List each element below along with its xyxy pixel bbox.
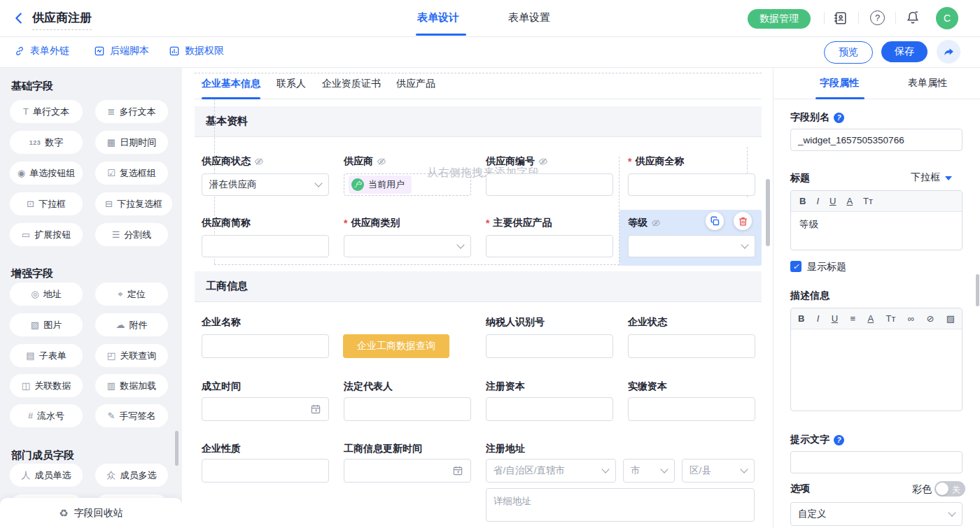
italic-icon[interactable]: I [816,196,819,206]
canvas-tab-basic-info[interactable]: 企业基本信息 [202,78,260,90]
bold-icon[interactable]: B [799,196,806,206]
tab-form-design[interactable]: 表单设计 [417,11,459,24]
image-icon: ▧ [31,320,39,330]
tab-form-settings[interactable]: 表单设置 [508,11,550,24]
preview-button[interactable]: 预览 [824,41,873,64]
title-editor-content[interactable]: 等级 [791,212,962,237]
canvas-scrollbar[interactable] [766,179,770,246]
founded-date-input[interactable] [202,397,329,421]
user-avatar[interactable]: C [936,7,958,29]
supplier-category-select[interactable] [344,235,471,257]
reg-capital-input[interactable] [486,397,613,421]
panel-scrollbar[interactable] [976,274,979,306]
field-type-extend-button[interactable]: ▭扩展按钮 [10,223,83,246]
supplier-shortname-input[interactable] [202,235,329,257]
share-button[interactable] [937,40,960,64]
address-detail-textarea[interactable]: 详细地址 [486,488,755,522]
font-color-icon[interactable]: A [867,313,874,324]
panel-tab-form-props[interactable]: 表单属性 [901,77,954,90]
show-title-checkbox[interactable]: ✓ [790,261,802,272]
sidebar-scrollbar[interactable] [175,431,178,466]
supplier-default-value-box[interactable]: 户当前用户 [344,173,471,196]
grade-select[interactable] [628,235,755,257]
field-type-member-multi[interactable]: 众成员多选 [95,464,168,487]
paid-capital-input[interactable] [628,397,755,421]
alias-input[interactable]: _widget_1657505350766 [790,129,962,151]
help-circle-icon[interactable]: ? [834,113,844,123]
widget-type-select[interactable]: 下拉框 [911,171,952,184]
underline-icon[interactable]: U [830,196,836,206]
data-permission-link[interactable]: 数据权限 [169,45,224,57]
field-type-divider[interactable]: ☰分割线 [95,223,168,246]
field-type-datetime[interactable]: ▦日期时间 [95,131,168,154]
copy-widget-button[interactable] [706,212,724,230]
options-source-select[interactable]: 自定义 [790,502,962,526]
company-status-input[interactable] [628,334,755,358]
field-type-subform[interactable]: ▤子表单 [10,344,83,367]
field-type-number[interactable]: 123数字 [10,131,83,154]
current-user-chip[interactable]: 户当前用户 [349,176,412,194]
save-button[interactable]: 保存 [881,41,927,62]
tax-id-input[interactable] [486,334,613,358]
field-type-linked-query[interactable]: ◰关联查询 [95,344,168,367]
form-title[interactable]: 供应商注册 [32,10,92,30]
canvas-tab-products[interactable]: 供应产品 [396,78,435,90]
field-type-data-load[interactable]: ▥数据加载 [95,374,168,397]
field-type-location[interactable]: ⌖定位 [95,283,168,306]
form-external-link[interactable]: 表单外链 [14,45,69,57]
group-bar-business[interactable]: 工商信息 [195,271,762,302]
field-type-signature[interactable]: ✎手写签名 [95,404,168,427]
supplier-fullname-input[interactable] [628,173,755,196]
color-toggle[interactable]: 关 [934,481,965,497]
main-products-input[interactable] [486,235,613,257]
contacts-icon[interactable] [832,10,848,26]
back-icon[interactable] [11,10,27,26]
supplier-code-input[interactable] [486,173,613,196]
address-province-select[interactable]: 省/自治区/直辖市 [486,459,616,483]
field-type-address[interactable]: ◎地址 [10,283,83,306]
group-bar-basic[interactable]: 基本资料 [195,106,762,137]
canvas-tab-qualifications[interactable]: 企业资质证书 [322,78,381,90]
insert-image-icon[interactable]: ▨ [946,313,955,324]
font-size-icon[interactable]: Tт [863,196,873,206]
field-type-attachment[interactable]: ☁附件 [95,313,168,336]
font-size-icon[interactable]: Tт [886,313,895,324]
italic-icon[interactable]: I [817,313,820,324]
field-type-image[interactable]: ▧图片 [10,313,83,336]
field-type-member-single[interactable]: 人成员单选 [10,464,83,487]
insert-link-icon[interactable]: ∞ [908,313,914,324]
bold-icon[interactable]: B [798,313,804,324]
description-rich-editor[interactable]: B I U ≡ A Tт ∞ ⊘ ▨ [790,308,962,411]
legal-rep-input[interactable] [344,397,471,421]
panel-tab-field-props[interactable]: 字段属性 [813,77,866,90]
supplier-status-select[interactable]: 潜在供应商 [202,173,329,196]
company-nature-input[interactable] [202,459,329,483]
field-type-serial-number[interactable]: #流水号 [10,404,83,427]
data-manage-button[interactable]: 数据管理 [748,9,811,29]
field-type-checkbox-group[interactable]: ☑复选框组 [95,162,168,185]
field-recycle-bin[interactable]: ♻ 字段回收站 [0,498,182,528]
delete-widget-button[interactable] [734,212,752,230]
canvas-tab-contacts[interactable]: 联系人 [276,78,306,90]
font-color-icon[interactable]: A [846,196,853,206]
align-icon[interactable]: ≡ [850,313,855,324]
field-type-linked-data[interactable]: ◫关联数据 [10,374,83,397]
business-data-lookup-button[interactable]: 企业工商数据查询 [343,334,449,358]
company-name-input[interactable] [202,334,329,358]
address-city-select[interactable]: 市 [623,459,675,483]
field-type-radio-group[interactable]: ◉单选按钮组 [10,162,83,185]
field-type-dropdown[interactable]: ⊡下拉框 [10,192,83,215]
update-time-input[interactable] [344,459,471,483]
help-icon[interactable]: ? [870,10,885,25]
help-circle-icon[interactable]: ? [834,435,844,445]
address-district-select[interactable]: 区/县 [682,459,755,483]
hint-input[interactable] [790,451,962,473]
field-type-multi-line-text[interactable]: ≣多行文本 [95,100,168,123]
field-type-single-line-text[interactable]: T单行文本 [10,100,83,123]
remove-link-icon[interactable]: ⊘ [926,313,934,324]
backend-script-link[interactable]: 后端脚本 [94,45,149,57]
notifications-bell-icon[interactable] [905,10,920,25]
underline-icon[interactable]: U [832,313,838,324]
field-type-multi-dropdown[interactable]: ⊟下拉复选框 [95,192,172,215]
title-rich-editor[interactable]: B I U A Tт 等级 [790,190,962,250]
